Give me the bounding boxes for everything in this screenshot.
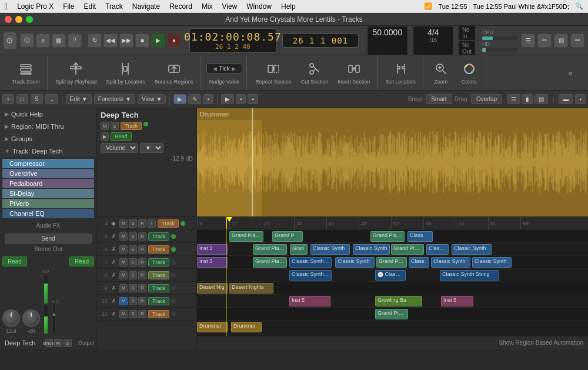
close-button[interactable]: [5, 16, 12, 23]
clip-class-4[interactable]: Class: [409, 257, 429, 268]
track-btn-6[interactable]: Track: [148, 245, 169, 254]
pad-10[interactable]: [376, 164, 392, 172]
read-button-1[interactable]: Read: [2, 256, 27, 266]
s-btn-9[interactable]: S: [129, 284, 137, 292]
clip-desert-nights[interactable]: Desert Nights: [229, 283, 273, 294]
groups-header[interactable]: ▶ Groups: [0, 133, 96, 145]
clip-inst3-2[interactable]: Inst 3: [197, 257, 228, 268]
m-btn-11[interactable]: M: [119, 310, 128, 318]
split-locators-button[interactable]: Split by Locators: [102, 58, 149, 88]
fader-handle[interactable]: [53, 314, 55, 316]
clip-csynth-str-1[interactable]: Classic Synth String: [289, 257, 332, 268]
clip-csynth-str-3[interactable]: Classic Synth String: [440, 270, 499, 281]
volume-select[interactable]: Volume: [101, 143, 138, 153]
r-btn-4[interactable]: R: [138, 219, 146, 228]
pad-9[interactable]: [359, 164, 375, 172]
r-btn-5[interactable]: R: [138, 232, 146, 241]
m-btn-6[interactable]: M: [119, 245, 128, 254]
browser-button[interactable]: ⚯: [570, 34, 584, 48]
mpc-knob-1[interactable]: [377, 184, 383, 190]
solo-button-header[interactable]: S: [111, 122, 119, 130]
extra-btn1[interactable]: ▬: [559, 94, 573, 104]
rec-mode[interactable]: ▪: [248, 94, 258, 104]
view-btn1[interactable]: ☰: [507, 94, 520, 104]
track-zoom-button[interactable]: Track Zoom: [8, 58, 44, 88]
menu-record[interactable]: Record: [169, 2, 192, 11]
record-button[interactable]: ●: [167, 34, 181, 48]
clip-inst3-1[interactable]: Inst 3: [197, 244, 228, 255]
show-automation[interactable]: Show Region Based Automation: [499, 339, 583, 346]
menu-view[interactable]: View: [222, 2, 238, 11]
view-btn2[interactable]: ▮: [522, 94, 533, 104]
mpc-knob-3[interactable]: [394, 184, 400, 190]
mpc-knob-2[interactable]: [386, 184, 392, 190]
time-display[interactable]: 01:02:00:08.57 26 1 2 40: [189, 28, 276, 53]
plugin-overdrive[interactable]: Overdrive: [2, 169, 94, 178]
pad-7[interactable]: [393, 155, 409, 163]
zoom-button[interactable]: Zoom: [428, 58, 454, 88]
view-btn3[interactable]: ▤: [534, 94, 548, 104]
track-row-11[interactable]: 11 ✗ M S R Track: [97, 308, 196, 321]
cut-section-button[interactable]: Cut Section: [298, 58, 332, 88]
extra-btn2[interactable]: ▪: [575, 94, 586, 104]
duplicate-button[interactable]: □: [16, 94, 28, 104]
repeat-section-button[interactable]: Repeat Section: [252, 58, 295, 88]
bnce-button[interactable]: Bnce: [45, 339, 53, 347]
track-btn-10[interactable]: Track: [148, 297, 169, 305]
midi-in[interactable]: ▶: [221, 94, 234, 104]
pad-14[interactable]: [376, 174, 392, 182]
help-button[interactable]: ?: [68, 34, 82, 48]
m-btn-5[interactable]: M: [119, 232, 128, 241]
menu-track[interactable]: Track: [105, 2, 123, 11]
pad-11[interactable]: [393, 164, 409, 172]
nudge-display[interactable]: ◀ Tick ▶: [206, 64, 243, 74]
clip-desert-nig[interactable]: Desert Nig: [197, 283, 228, 294]
track-row-6[interactable]: 6 ✗ M S R Track: [97, 243, 196, 256]
pan-knob[interactable]: [22, 309, 40, 327]
m-btn-7[interactable]: M: [119, 258, 128, 266]
channel-select[interactable]: ▼: [140, 143, 163, 153]
read-button-2[interactable]: Read: [69, 256, 94, 266]
track-name-button[interactable]: Track: [121, 122, 142, 130]
tool3[interactable]: ▪: [203, 94, 213, 104]
colors-button[interactable]: Colors: [456, 58, 482, 88]
pad-6[interactable]: [376, 155, 392, 163]
mixer-button[interactable]: ▤: [554, 34, 568, 48]
fast-forward-button[interactable]: ▶▶: [119, 34, 133, 48]
s-btn-8[interactable]: S: [129, 271, 137, 279]
menu-mix[interactable]: Mix: [202, 2, 213, 11]
more-tools-button[interactable]: »: [557, 62, 583, 84]
rewind-button[interactable]: ◀◀: [103, 34, 118, 48]
plugin-compressor[interactable]: Compressor: [2, 159, 94, 168]
clip-grand-piano-6[interactable]: Grand Piano: [253, 257, 287, 268]
track-row-10[interactable]: 10 ✗ M S R Track: [97, 295, 196, 308]
m-btn-8[interactable]: M: [119, 271, 128, 279]
clip-class-3[interactable]: Classic Synth: [452, 244, 492, 255]
clip-grand-piano-3[interactable]: Grand Piano: [370, 231, 405, 242]
timesig-field[interactable]: 4/4 /16: [413, 26, 454, 55]
beats-display2[interactable]: 26 1 1 001: [282, 34, 359, 48]
pad-16[interactable]: [410, 174, 426, 182]
volume-knob[interactable]: [2, 309, 20, 327]
m-button-bottom[interactable]: M: [54, 339, 62, 347]
r-btn-11[interactable]: R: [138, 310, 146, 318]
bpm-field[interactable]: 50.0000: [367, 26, 408, 55]
mpc-knob-4[interactable]: [402, 184, 408, 190]
s-btn-11[interactable]: S: [129, 310, 137, 318]
r-btn-8[interactable]: R: [138, 271, 146, 279]
snap-button[interactable]: ▦: [52, 34, 66, 48]
m-btn-9[interactable]: M: [119, 284, 128, 292]
quick-help-header[interactable]: ▶ Quick Help: [0, 108, 96, 120]
r-btn-9[interactable]: R: [138, 284, 146, 292]
pad-2[interactable]: [376, 145, 392, 154]
clip-grand-piano-7[interactable]: Grand Piano: [376, 257, 407, 268]
pointer-tool[interactable]: ▶: [173, 94, 186, 104]
in-out-display[interactable]: No In No Out: [459, 26, 475, 55]
fader-track[interactable]: [52, 305, 56, 334]
track-row-4[interactable]: 4 ◆ M S R I Track: [97, 217, 196, 230]
edit-dropdown[interactable]: Edit ▼: [66, 94, 92, 104]
clip-drummer-2[interactable]: Drummer: [231, 322, 262, 332]
solo-button[interactable]: S: [31, 94, 43, 104]
functions-dropdown[interactable]: Functions ▼: [94, 94, 135, 104]
track-row-5[interactable]: 5 ✗ M S R Track: [97, 230, 196, 243]
